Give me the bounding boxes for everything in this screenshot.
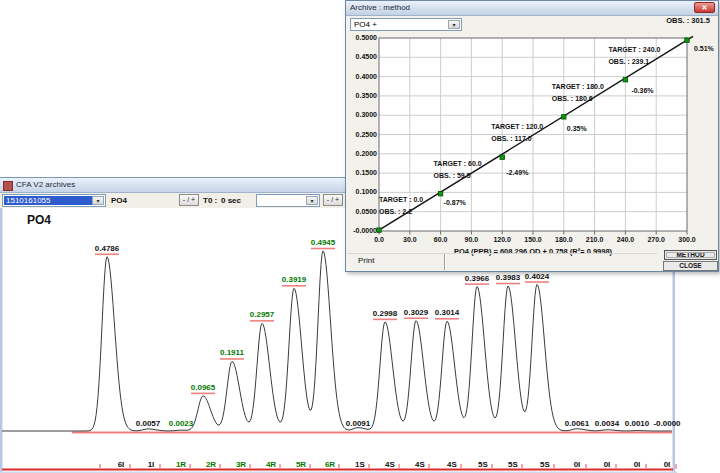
obs-label: OBS. : 239.1 [608,58,649,65]
peak-value-label: -0.0000 [653,419,681,428]
peak-value-label: 0.3983 [496,273,521,282]
cal-x-tick-label: 0.0 [364,236,394,243]
peak-value-label: 0.0010 [625,419,650,428]
sample-id-label: 4S [415,460,425,469]
aux-combobox-value [258,196,307,205]
peak-value-label: 0.2957 [250,310,275,319]
calibration-plot [346,1,720,273]
cal-y-tick-label: 0.2500 [346,131,377,138]
sample-id-label: 6R [325,460,335,469]
calibration-point [438,192,442,196]
sample-id-label: 4R [266,460,276,469]
cal-y-tick-label: 0.3500 [346,92,377,99]
window-left-border [0,208,3,472]
peak-value-label: 0.2998 [373,309,398,318]
target-label: TARGET : 180.0 [552,83,604,90]
error-pct-label: -2.49% [506,169,528,176]
calibration-point [623,78,627,82]
method-button[interactable]: METHOD [664,250,717,260]
scale-minus-plus-button-2[interactable]: - / + [323,194,343,206]
chevron-down-icon[interactable]: ▾ [92,196,104,205]
target-label: TARGET : 120.0 [491,123,543,130]
obs-label: OBS. : 117.0 [491,135,531,142]
sample-id-label: 3R [236,460,246,469]
chevron-down-icon[interactable]: ▾ [306,196,318,205]
cal-x-tick-label: 300.0 [672,236,702,243]
cal-x-tick-label: 150.0 [518,236,548,243]
cal-y-tick-label: 0.1000 [346,188,377,195]
cal-y-tick-label: 0.0500 [346,208,377,215]
chromatogram-trace [2,251,672,431]
archive-id-value: 1510161055 [4,196,93,205]
app-icon [3,181,13,191]
peak-value-label: 0.3014 [435,308,460,317]
calibration-point [500,155,504,159]
peak-value-label: 0.0023 [169,419,194,428]
peak-value-label: 0.4945 [311,238,336,247]
cal-x-tick-label: 30.0 [395,236,425,243]
cal-x-tick-label: 180.0 [549,236,579,243]
peak-value-label: 0.3029 [404,308,429,317]
aux-combobox[interactable]: ▾ [256,194,320,207]
t0-label: T0 : [203,196,217,205]
scale-minus-plus-button[interactable]: - / + [179,194,199,206]
peak-value-label: 0.3919 [282,275,307,284]
target-label: TARGET : 60.0 [434,160,482,167]
peak-value-label: 0.0057 [136,419,161,428]
sample-id-label: 1S [355,460,365,469]
calibration-point [685,38,689,42]
cal-y-tick-label: -0.0000 [346,227,377,234]
archive-method-window: Archive : method ✕ PO4 + ▾ OBS. : 301.5 … [345,0,719,272]
cal-y-tick-label: 0.4000 [346,73,377,80]
peak-value-label: 0.0034 [595,419,620,428]
obs-label: OBS. : 2.2 [379,208,412,215]
peak-value-label: 0.0091 [346,419,371,428]
calibration-point [562,115,566,119]
cal-y-tick-label: 0.5000 [346,34,377,41]
sample-id-label: 5S [508,460,518,469]
close-button[interactable]: CLOSE [663,261,718,271]
target-label: TARGET : 240.0 [608,46,660,53]
sample-id-label: 1R [176,460,186,469]
statusbar-divider [444,254,446,270]
sample-id-label: 0I [574,460,581,469]
cal-y-tick-label: 0.2000 [346,150,377,157]
cal-x-tick-label: 90.0 [456,236,486,243]
peak-value-label: 0.0965 [191,383,216,392]
sample-id-label: 5S [478,460,488,469]
archive-id-combobox[interactable]: 1510161055 ▾ [2,194,106,207]
cal-y-tick-label: 0.3000 [346,111,377,118]
print-button[interactable]: Print [358,256,374,265]
sample-id-label: 2R [206,460,216,469]
main-window-title: CFA V2 archives [16,180,75,189]
analyte-label: PO4 [111,196,127,205]
error-pct-label: 0.35% [567,125,587,132]
cal-x-tick-label: 120.0 [487,236,517,243]
obs-label: OBS. : 180.6 [552,95,593,102]
obs-label: OBS. : 59.5 [434,172,471,179]
sample-id-label: 5S [540,460,550,469]
sample-id-label: 1I [148,460,155,469]
cal-y-tick-label: 0.4500 [346,53,377,60]
sample-id-label: 4S [447,460,457,469]
archive-statusbar [347,253,657,272]
sample-id-label: 0I [664,460,671,469]
sample-id-label: 6I [118,460,125,469]
error-pct-label: 0.51% [694,45,714,52]
peak-value-label: 0.0061 [565,419,590,428]
peak-value-label: 0.1911 [220,348,245,357]
sample-id-label: 0I [634,460,641,469]
sample-id-label: 4S [385,460,395,469]
sample-id-label: 0I [604,460,611,469]
peak-value-label: 0.4786 [95,244,120,253]
peak-value-label: 0.3966 [465,274,490,283]
t0-value: 0 sec [221,196,241,205]
cal-y-tick-label: 0.1500 [346,169,377,176]
target-label: TARGET : 0.0 [379,196,423,203]
cal-x-tick-label: 270.0 [641,236,671,243]
error-pct-label: -0.87% [444,199,466,206]
cal-x-tick-label: 240.0 [610,236,640,243]
calibration-point [377,228,381,232]
error-pct-label: -0.36% [631,87,653,94]
cal-x-tick-label: 60.0 [426,236,456,243]
